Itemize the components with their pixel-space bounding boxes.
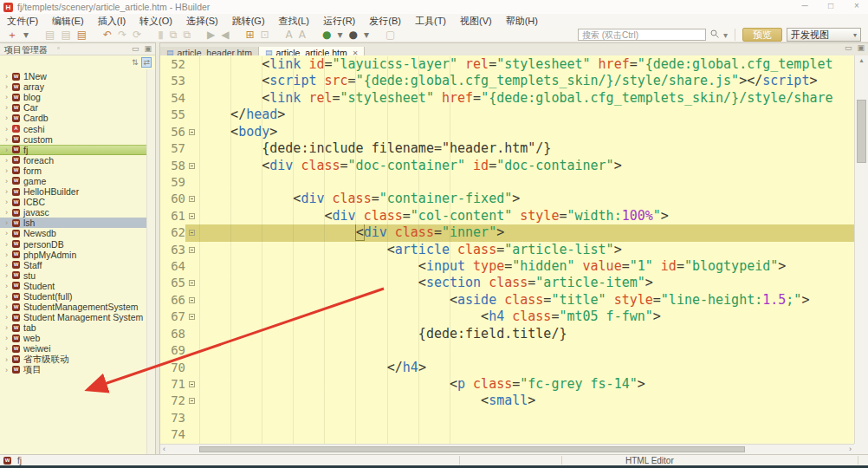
sidebar-minimize-icon[interactable]: ▭ [132,44,139,53]
code-line-71[interactable]: 71 <p class="fc-grey fs-14"> [160,376,854,393]
expand-arrow-icon[interactable]: › [5,229,12,237]
search-icon[interactable] [710,29,719,40]
code-line-69[interactable]: 69 [160,342,854,359]
expand-arrow-icon[interactable]: › [5,282,12,290]
expand-arrow-icon[interactable]: › [5,198,12,206]
horizontal-scroll-thumb[interactable] [199,446,745,452]
code-line-58[interactable]: 58 <div class="doc-container" id="doc-co… [160,158,854,174]
tree-item-custom[interactable]: ›Wcustom [0,134,146,145]
tree-item-1new[interactable]: ›W1New [0,71,146,81]
browser-run-icon[interactable]: ● [322,27,331,42]
tree-item-weiwei[interactable]: ›Wweiwei [0,343,146,354]
tree-item-cardb[interactable]: ›WCardb [0,113,146,123]
save-icon[interactable]: ▤ [45,27,55,42]
fold-column[interactable] [185,242,199,258]
code-line-64[interactable]: 64 <input type="hidden" value="1" id="bl… [160,258,854,275]
expand-arrow-icon[interactable]: › [5,261,12,270]
close-icon[interactable]: × [851,1,863,10]
expand-arrow-icon[interactable]: › [5,72,12,81]
tree-item-项目[interactable]: ›W项目 [0,365,146,375]
code-line-72[interactable]: 72 <small> [160,393,854,409]
code-line-74[interactable]: 74 [160,426,854,443]
scroll-up-icon[interactable]: ▴ [855,56,868,64]
sidebar-pin-icon[interactable]: ▫ [57,44,60,52]
fold-column[interactable] [185,376,199,393]
undo-icon[interactable]: ↶ [103,27,112,42]
code-line-67[interactable]: 67 <h4 class="mt05 f-fwn"> [160,309,854,325]
editor-maximize-icon[interactable]: ▣ [857,43,865,52]
expand-arrow-icon[interactable]: › [5,93,12,101]
expand-arrow-icon[interactable]: › [5,146,12,154]
link-with-editor-icon[interactable]: ⇄ [141,57,152,68]
fold-column[interactable] [185,275,199,291]
code-editor[interactable]: 52 <link id="layuicss-layer" rel="styles… [160,55,868,454]
code-line-56[interactable]: 56 <body> [160,124,854,140]
expand-arrow-icon[interactable]: › [5,156,12,165]
maximize-icon[interactable]: □ [825,1,837,10]
expand-arrow-icon[interactable]: › [5,114,12,122]
view-mode-select[interactable]: 开发视图 ▾ [787,28,861,42]
code-line-68[interactable]: 68 {dede:field.title/} [160,326,854,342]
expand-arrow-icon[interactable]: › [5,135,12,144]
tree-item-blog[interactable]: ›Wblog [0,92,146,102]
tree-item-javasc[interactable]: ›Wjavasc [0,207,146,218]
code-line-62[interactable]: 62 <div class="inner"> [160,224,854,241]
tree-item-foreach[interactable]: ›Wforeach [0,155,146,166]
fold-marker-icon[interactable] [189,297,195,303]
refresh-icon[interactable]: ⟳ [133,27,141,42]
fold-marker-icon[interactable] [189,247,195,253]
font-larger-icon[interactable]: A [286,27,293,42]
save-layout-icon[interactable]: ▤ [77,27,87,42]
code-line-52[interactable]: 52 <link id="layuicss-layer" rel="styles… [160,56,854,73]
run-forward-icon[interactable]: ▶ [207,27,215,42]
tree-item-staff[interactable]: ›WStaff [0,260,146,270]
expand-arrow-icon[interactable]: › [5,344,12,353]
code-line-61[interactable]: 61 <div class="col-content" style="width… [160,208,854,224]
fold-marker-icon[interactable] [189,129,195,135]
vertical-scroll-thumb[interactable] [857,100,866,163]
scroll-right-icon[interactable]: › [849,445,852,454]
expand-arrow-icon[interactable]: › [5,250,12,259]
sidebar-maximize-icon[interactable]: ▣ [144,44,152,53]
expand-arrow-icon[interactable]: › [5,177,12,185]
expand-arrow-icon[interactable]: › [5,271,12,280]
new-file-button[interactable]: ＋ [7,27,17,42]
expand-arrow-icon[interactable]: › [5,82,12,91]
emulator-dropdown[interactable]: ▾ [364,27,369,42]
collapse-all-icon[interactable]: ⇅ [132,58,139,67]
tree-item-car[interactable]: ›WCar [0,102,146,113]
tree-item-lsh[interactable]: ›Wlsh [0,218,146,228]
fold-marker-icon[interactable] [189,213,195,219]
horizontal-scrollbar[interactable]: ‹ › [160,444,854,454]
expand-arrow-icon[interactable]: › [5,302,12,311]
fold-column[interactable] [185,208,199,224]
redo-icon[interactable]: ↷ [118,27,126,42]
tree-item-student-management-system[interactable]: ›WStudent Management System [0,312,146,322]
fold-column[interactable] [185,158,199,174]
fold-marker-icon[interactable] [189,230,195,236]
scroll-left-icon[interactable]: ‹ [163,445,165,454]
run-back-icon[interactable]: ◀ [221,27,229,42]
search-dropdown-icon[interactable]: ▾ [723,30,728,40]
expand-arrow-icon[interactable]: › [5,218,12,227]
expand-arrow-icon[interactable]: › [5,334,12,342]
tree-item-newsdb[interactable]: ›WNewsdb [0,228,146,238]
expand-arrow-icon[interactable]: › [5,208,12,217]
editor-minimize-icon[interactable]: ▭ [845,43,852,52]
tree-item-tab[interactable]: ›Wtab [0,322,146,333]
code-line-54[interactable]: 54 <link rel="stylesheet" href="{dede:gl… [160,90,854,107]
tree-item-studentmanagementsystem[interactable]: ›WStudentManagementSystem [0,302,146,312]
tree-item-persondb[interactable]: ›WpersonDB [0,239,146,250]
expand-arrow-icon[interactable]: › [5,187,12,196]
fold-column[interactable] [185,393,199,409]
fold-marker-icon[interactable] [189,314,195,320]
expand-arrow-icon[interactable]: › [5,240,12,249]
tree-item-array[interactable]: ›Warray [0,81,146,92]
share-icon[interactable]: ▢ [385,27,395,42]
expand-arrow-icon[interactable]: › [5,125,12,133]
fold-column[interactable] [185,224,199,241]
tree-item-web[interactable]: ›Wweb [0,333,146,343]
sidebar-scrollbar[interactable] [146,69,155,454]
expand-arrow-icon[interactable]: › [5,103,12,112]
expand-arrow-icon[interactable]: › [5,366,12,374]
